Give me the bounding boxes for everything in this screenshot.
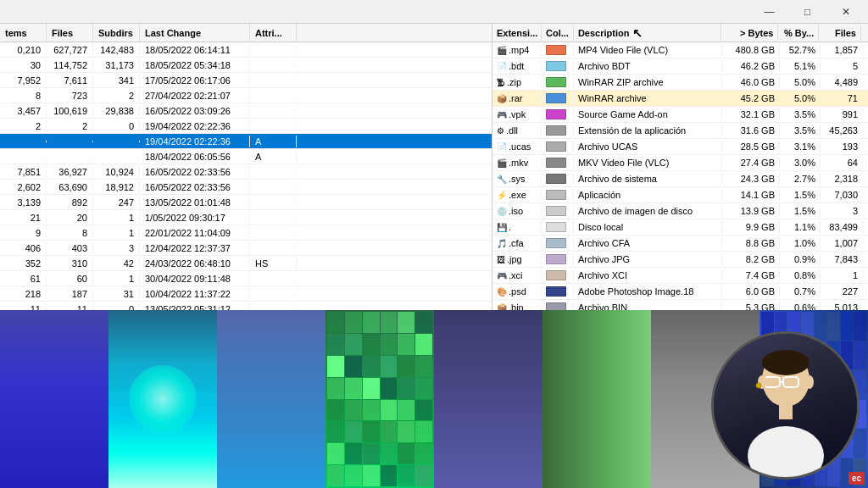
cell-items: 8 [0,90,47,102]
file-icon: 🎬 [497,158,507,168]
cell-ext: 🎬.mp4 [492,44,542,56]
ext-row[interactable]: 📦.rar WinRAR archive 45.2 GB 5.0% 71 [492,91,868,107]
cell-lastchange: 13/05/2022 01:01:48 [140,197,250,208]
table-row[interactable]: 8 723 2 27/04/2022 02:21:07 [0,88,492,103]
ext-row[interactable]: 📄.ucas Archivo UCAS 28.5 GB 3.1% 193 [492,139,868,155]
ext-row[interactable]: 🎮.xci Archivo XCI 7.4 GB 0.8% 1 [492,268,868,284]
maximize-button[interactable]: □ [788,0,826,24]
cell-attri: A [250,151,297,163]
table-row[interactable]: 19/04/2022 02:22:36 A [0,134,492,149]
close-button[interactable]: ✕ [826,0,865,24]
ext-col-header-ext[interactable]: Extensi... [492,25,542,41]
col-header-subdirs[interactable]: Subdirs [93,24,140,42]
table-row[interactable]: 21 20 1 1/05/2022 09:30:17 [0,210,492,225]
table-row[interactable]: 0,210 627,727 142,483 18/05/2022 06:14:1… [0,42,492,58]
color-swatch [546,158,566,168]
cell-subdirs: 142,483 [93,44,140,56]
cell-bytes: 24.3 GB [722,173,780,185]
ext-row[interactable]: 📄.bdt Archivo BDT 46.2 GB 5.1% 5 [492,58,868,75]
ext-row[interactable]: 💿.iso Archivo de imagen de disco 13.9 GB… [492,203,868,219]
ext-row[interactable]: 🎨.psd Adobe Photoshop Image.18 6.0 GB 0.… [492,284,868,300]
table-row[interactable]: 30 114,752 31,173 18/05/2022 05:34:18 [0,58,492,73]
svg-point-8 [805,375,814,389]
cell-files: 114,752 [47,59,93,71]
minimize-button[interactable]: — [750,0,788,24]
ext-col-header-color[interactable]: Col... [542,25,574,41]
cell-pct: 0.8% [780,269,821,281]
cell-subdirs: 42 [93,258,140,269]
cell-lastchange: 22/01/2022 11:04:09 [140,227,250,239]
table-row[interactable]: 2 2 0 19/04/2022 02:22:36 [0,119,492,134]
ext-row[interactable]: 💾. Disco local 9.9 GB 1.1% 83,499 [492,219,868,236]
cell-bytes: 9.9 GB [722,221,780,233]
color-swatch [546,206,566,216]
cell-items: 3,139 [0,197,47,208]
ext-row[interactable]: 🗜.zip WinRAR ZIP archive 46.0 GB 5.0% 4,… [492,75,868,91]
cell-files: 7,611 [47,75,93,86]
table-row[interactable]: 18/04/2022 06:05:56 A [0,149,492,164]
ext-row[interactable]: ⚡.exe Aplicación 14.1 GB 1.5% 7,030 [492,187,868,203]
webcam-person [714,334,857,477]
viz-segment [0,310,108,488]
ext-row[interactable]: ⚙.dll Extensión de la aplicación 31.6 GB… [492,123,868,139]
cell-lastchange: 16/05/2022 02:33:56 [140,166,250,178]
table-row[interactable]: 352 310 42 24/03/2022 06:48:10 HS [0,256,492,271]
table-row[interactable]: 2,602 63,690 18,912 16/05/2022 02:33:56 [0,180,492,195]
cell-color [542,173,574,185]
ext-row[interactable]: 🎮.vpk Source Game Add-on 32.1 GB 3.5% 99… [492,107,868,123]
ext-row[interactable]: 🎬.mp4 MP4 Video File (VLC) 480.8 GB 52.7… [492,42,868,58]
cell-items: 21 [0,212,47,224]
cell-desc: Archivo de imagen de disco [574,205,722,217]
ext-row[interactable]: 🖼.jpg Archivo JPG 8.2 GB 0.9% 7,843 [492,252,868,268]
ext-col-header-files[interactable]: Files [819,25,861,41]
cell-lastchange: 27/04/2022 02:21:07 [140,90,250,102]
cell-files: 8 [47,227,93,239]
cell-pct: 3.0% [780,157,821,169]
cell-subdirs [93,141,140,142]
viz-segment [542,310,651,488]
ext-col-header-desc[interactable]: Description ↖ [574,24,721,42]
cell-desc: MP4 Video File (VLC) [574,44,722,56]
table-row[interactable]: 61 60 1 30/04/2022 09:11:48 [0,271,492,286]
table-row[interactable]: 9 8 1 22/01/2022 11:04:09 [0,225,492,241]
table-row[interactable]: 7,952 7,611 341 17/05/2022 06:17:06 [0,73,492,88]
ext-row[interactable]: 🎬.mkv MKV Video File (VLC) 27.4 GB 3.0% … [492,155,868,171]
cell-desc: WinRAR ZIP archive [574,76,722,88]
table-row[interactable]: 3,457 100,619 29,838 16/05/2022 03:09:26 [0,103,492,119]
cell-attri [250,186,297,188]
cell-items: 352 [0,258,47,269]
cell-ext: 📄.ucas [492,141,542,152]
svg-point-6 [762,350,810,375]
cell-files: 63,690 [47,181,93,193]
cell-items [0,141,47,142]
cell-subdirs: 341 [93,75,140,86]
cell-subdirs [93,156,140,158]
cell-files-count: 7,030 [821,189,863,201]
cell-subdirs: 2 [93,90,140,102]
col-header-attri[interactable]: Attri... [250,24,297,42]
table-row[interactable]: 406 403 3 12/04/2022 12:37:37 [0,241,492,256]
cell-ext: 🖼.jpg [492,253,542,265]
col-header-items[interactable]: tems [0,24,47,42]
cell-files: 60 [47,273,93,285]
ext-col-header-bytes[interactable]: > Bytes [721,25,779,41]
ext-col-header-pct[interactable]: % By... [778,25,819,41]
cell-attri [250,95,297,97]
col-header-lastchange[interactable]: Last Change [140,24,250,42]
cell-subdirs: 1 [93,212,140,224]
ext-row[interactable]: 🎵.cfa Archivo CFA 8.8 GB 1.0% 1,007 [492,236,868,252]
col-header-files[interactable]: Files [47,24,93,42]
table-row[interactable]: 218 187 31 10/04/2022 11:37:22 [0,286,492,302]
cell-lastchange: 18/04/2022 06:05:56 [140,151,250,163]
cell-desc: MKV Video File (VLC) [574,157,722,169]
cell-files-count: 71 [821,92,863,104]
cell-desc: Source Game Add-on [574,108,722,120]
table-row[interactable]: 3,139 892 247 13/05/2022 01:01:48 [0,195,492,210]
cell-pct: 3.1% [780,141,821,152]
ext-row[interactable]: 🔧.sys Archivo de sistema 24.3 GB 2.7% 2,… [492,171,868,187]
cell-files: 310 [47,258,93,269]
table-row[interactable]: 7,851 36,927 10,924 16/05/2022 02:33:56 [0,164,492,180]
cell-desc: Archivo BDT [574,60,722,72]
cell-lastchange: 1/05/2022 09:30:17 [140,212,250,224]
cell-attri [250,49,297,51]
